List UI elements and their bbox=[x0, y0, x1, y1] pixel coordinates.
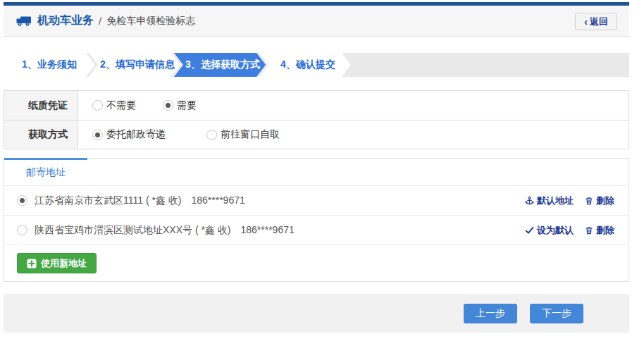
header: 机动车业务 / 免检车申领检验标志 ‹ 返回 bbox=[4, 6, 629, 37]
options-form: 纸质凭证 不需要 需要 获取方式 委托邮政 bbox=[4, 90, 629, 149]
radio-unchecked-icon[interactable] bbox=[92, 100, 103, 111]
section-title: 机动车业务 bbox=[37, 13, 94, 28]
radio-option-label: 前往窗口自取 bbox=[221, 128, 280, 141]
next-step-button[interactable]: 下一步 bbox=[530, 304, 583, 323]
tab-mailing-address[interactable]: 邮寄地址 bbox=[4, 158, 87, 185]
radio-unchecked-icon[interactable] bbox=[206, 130, 217, 140]
previous-step-button[interactable]: 上一步 bbox=[464, 304, 517, 323]
back-button-label: 返回 bbox=[590, 16, 608, 28]
address-row[interactable]: 江苏省南京市玄武区1111 ( *鑫 收) 186****9671 默认地址 bbox=[4, 186, 628, 216]
breadcrumb-separator: / bbox=[99, 15, 101, 27]
acquisition-method-options: 委托邮政寄递 前往窗口自取 bbox=[78, 121, 628, 149]
address-tab-row: 邮寄地址 bbox=[4, 158, 628, 186]
form-row-acquisition-method: 获取方式 委托邮政寄递 前往窗口自取 bbox=[4, 120, 628, 149]
radio-checked-icon[interactable] bbox=[92, 130, 103, 140]
address-actions: 设为默认 删除 bbox=[525, 224, 614, 237]
delete-address-label: 删除 bbox=[596, 194, 614, 207]
default-address-label: 默认地址 bbox=[537, 194, 574, 207]
step-1-notice[interactable]: 1、业务须知 bbox=[4, 53, 95, 77]
radio-option-label: 需要 bbox=[177, 99, 197, 112]
radio-option-postal-delivery[interactable]: 委托邮政寄递 bbox=[92, 128, 166, 141]
set-default-label: 设为默认 bbox=[537, 224, 574, 237]
back-button[interactable]: ‹ 返回 bbox=[575, 13, 617, 30]
footer-bar: 上一步 下一步 bbox=[4, 294, 629, 333]
address-actions: 默认地址 删除 bbox=[525, 194, 614, 207]
trash-icon bbox=[585, 225, 593, 235]
page: 机动车业务 / 免检车申领检验标志 ‹ 返回 1、业务须知 2、填写申请信息 3… bbox=[0, 2, 644, 346]
step-3-choose-method[interactable]: 3、选择获取方式 bbox=[174, 53, 266, 77]
check-icon bbox=[525, 226, 534, 235]
address-text: 江苏省南京市玄武区1111 ( *鑫 收) 186****9671 bbox=[35, 194, 525, 207]
radio-option-label: 不需要 bbox=[106, 99, 136, 112]
form-row-paper-certificate: 纸质凭证 不需要 需要 bbox=[4, 91, 628, 120]
address-row[interactable]: 陕西省宝鸡市渭滨区测试地址XXX号 ( *鑫 收) 186****9671 设为… bbox=[4, 216, 628, 245]
delete-address-label: 删除 bbox=[596, 224, 614, 237]
truck-icon bbox=[16, 15, 32, 27]
use-new-address-button[interactable]: 使用新地址 bbox=[17, 253, 97, 273]
back-chevron-icon: ‹ bbox=[584, 17, 588, 27]
radio-option-not-needed[interactable]: 不需要 bbox=[92, 99, 136, 112]
plus-icon bbox=[27, 259, 37, 268]
trash-icon bbox=[585, 196, 593, 206]
use-new-address-label: 使用新地址 bbox=[41, 257, 87, 270]
delete-address-button[interactable]: 删除 bbox=[585, 194, 614, 207]
step-2-fill-info[interactable]: 2、填写申请信息 bbox=[89, 53, 180, 77]
new-address-row: 使用新地址 bbox=[4, 245, 628, 281]
paper-certificate-options: 不需要 需要 bbox=[78, 91, 628, 120]
default-address-button[interactable]: 默认地址 bbox=[525, 194, 574, 207]
address-radio-unchecked-icon[interactable] bbox=[17, 225, 27, 235]
page-title: 免检车申领检验标志 bbox=[106, 15, 195, 27]
delete-address-button[interactable]: 删除 bbox=[585, 224, 614, 237]
steps-bar: 1、业务须知 2、填写申请信息 3、选择获取方式 4、确认提交 bbox=[4, 53, 629, 77]
radio-option-window-pickup[interactable]: 前往窗口自取 bbox=[206, 128, 280, 141]
paper-certificate-label: 纸质凭证 bbox=[4, 91, 78, 120]
address-radio-checked-icon[interactable] bbox=[17, 195, 27, 206]
set-default-button[interactable]: 设为默认 bbox=[525, 224, 574, 237]
step-4-confirm-submit[interactable]: 4、确认提交 bbox=[259, 53, 351, 77]
anchor-icon bbox=[525, 196, 534, 206]
address-text: 陕西省宝鸡市渭滨区测试地址XXX号 ( *鑫 收) 186****9671 bbox=[35, 224, 525, 237]
radio-checked-icon[interactable] bbox=[163, 100, 173, 111]
radio-option-label: 委托邮政寄递 bbox=[106, 128, 166, 141]
mailing-address-panel: 邮寄地址 江苏省南京市玄武区1111 ( *鑫 收) 186****9671 默… bbox=[4, 158, 629, 282]
radio-option-needed[interactable]: 需要 bbox=[163, 99, 197, 112]
acquisition-method-label: 获取方式 bbox=[4, 121, 78, 149]
